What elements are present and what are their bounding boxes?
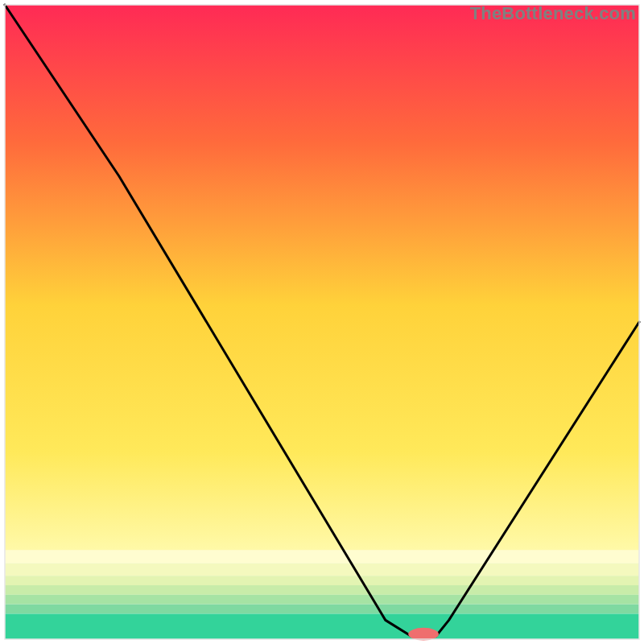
background-band bbox=[5, 563, 639, 576]
background-band bbox=[5, 576, 639, 585]
background-band bbox=[5, 605, 639, 614]
plot-area bbox=[5, 5, 639, 641]
bottleneck-chart: TheBottleneck.com bbox=[0, 0, 644, 644]
background-gradient bbox=[5, 5, 639, 551]
background-band bbox=[5, 551, 639, 564]
background-bands bbox=[5, 551, 639, 639]
background-band bbox=[5, 585, 639, 595]
chart-svg bbox=[0, 0, 644, 644]
background-band bbox=[5, 595, 639, 605]
background-band bbox=[5, 613, 639, 639]
sweet-spot-marker bbox=[408, 628, 439, 641]
